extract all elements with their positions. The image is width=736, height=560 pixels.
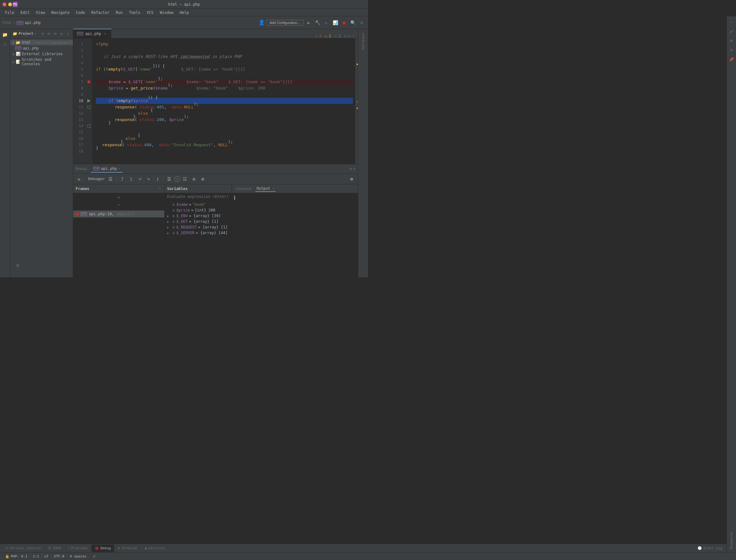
gutter-7[interactable] [86,79,92,85]
code-content[interactable]: <?php // Just a simple REST-like API imp… [92,38,355,164]
var-item-price[interactable]: ① $price = {int} 200 [165,207,231,213]
debug-tab-api-php[interactable]: PHP api.php × [91,165,123,173]
search-button[interactable]: 🔍 [349,19,356,26]
menu-help[interactable]: Help [177,10,191,15]
frames-icon[interactable]: ☰ [107,175,114,183]
gutter-5 [86,66,92,72]
tree-label-scratches: Scratches and Consoles [22,57,70,66]
evaluate-button[interactable]: ⤸ [154,175,161,183]
menu-view[interactable]: View [33,10,48,15]
menu-navigate[interactable]: Navigate [49,10,72,15]
reload-button[interactable]: ↻ [322,19,330,26]
sidebar-tab-database[interactable]: Database [360,30,366,52]
project-close-button[interactable]: × [65,31,70,36]
menu-refactor[interactable]: Refactor [89,10,112,15]
project-settings-button[interactable]: ⚙ [59,31,64,36]
var-item-get[interactable]: ▶ ① $_GET = {array} [1] [165,219,231,224]
tree-item-external-libs[interactable]: ▶ 📊 External Libraries [10,51,73,57]
add-frame-button[interactable]: ＋ [158,186,162,191]
profile-icon[interactable]: 👤 [258,20,265,26]
step-out-button[interactable]: ⤶ [136,175,144,183]
breadcrumb-file[interactable]: PHPapi.php [16,20,41,25]
eval-input-field[interactable] [167,194,229,199]
line-num-11: 11 [73,104,83,110]
console-tab-output[interactable]: Output × [255,186,276,192]
mute-breakpoints-button[interactable]: ☷ [181,175,189,183]
tree-item-html[interactable]: ▼ 📂 html /tmp/src/fpm/dockerfiles/var/ww… [10,40,73,45]
fold-11[interactable]: − [87,106,90,109]
pause-button[interactable]: ⏸ [14,262,21,269]
tree-label-api-php: api.php [23,46,39,50]
step-over-back-button[interactable]: ⤴ [119,175,126,183]
debug-tab-php-icon: PHP [93,167,100,170]
var-item-server[interactable]: ▶ ① $_SERVER = {array} [44] [165,230,231,236]
console-content[interactable] [232,193,358,277]
tab-label-api-php: api.php [85,32,101,36]
gutter-14: − [86,123,92,129]
run-button[interactable]: ▶ [305,19,312,26]
code-line-6 [96,72,353,79]
eval-input-container[interactable] [165,193,231,200]
line-num-15: 15 [73,129,83,136]
watches-button[interactable]: ☰ [165,175,173,183]
line-num-14: 14 [73,123,83,129]
sidebar-project-icon[interactable]: 📁 [1,30,9,39]
debugger-label: Debugger [87,177,106,181]
menu-window[interactable]: Window [157,10,176,15]
add-configuration-button[interactable]: Add Configuration... [266,20,304,26]
gutter-12 [86,110,92,117]
var-item-request[interactable]: ▶ ① $_REQUEST = {array} [1] [165,224,231,230]
step-into-button[interactable]: ⤵ [127,175,135,183]
var-item-env[interactable]: ▶ ① $_ENV = {array} [39] [165,213,231,219]
code-editor[interactable]: 1 2 3 4 5 6 7 8 9 10 11 12 13 14 15 16 1… [73,38,358,164]
fold-14[interactable]: − [87,124,90,128]
tab-more-icon[interactable]: ⋮ [351,34,355,38]
debug-settings-icon[interactable]: ⚙ [350,167,352,171]
collapse-all-button[interactable]: ⊟ [46,31,51,36]
var-item-name[interactable]: ① $name = "book" [165,202,231,207]
debug-panel-icon[interactable]: ⊞ [348,175,355,183]
tree-item-scratches[interactable]: ▶ 📝 Scratches and Consoles [10,57,73,67]
tab-api-php[interactable]: PHP api.php × [73,29,111,38]
debug-sep-2 [163,176,164,182]
output-tab-close[interactable]: × [272,187,274,190]
new-file-button[interactable]: ⊕ [40,31,45,36]
frame-method-0: {main}() [116,212,134,216]
line-num-6: 6 [73,72,83,79]
debug-tab-close[interactable]: × [118,167,120,170]
frames-remove-icon[interactable]: − [117,202,120,208]
project-dropdown-icon[interactable]: ▾ [34,32,36,35]
menu-code[interactable]: Code [73,10,88,15]
settings-button[interactable]: ⚙ [358,19,365,26]
run-to-cursor-button[interactable]: ⤷ [145,175,153,183]
coverage-button[interactable]: 📊 [331,19,339,26]
line-num-10: 10 [73,98,83,104]
resume-button[interactable]: ▶ [76,175,83,183]
thread-dump-button[interactable]: ≡ [190,175,198,183]
tree-item-api-php[interactable]: PHP api.php [10,45,73,51]
code-line-5: if (!empty($_GET['name'])) { $_GET: {nam… [96,66,353,72]
reset-button[interactable]: ↺ [174,176,180,182]
menu-edit[interactable]: Edit [18,10,32,15]
expand-all-button[interactable]: ⊞ [53,31,58,36]
menu-vcs[interactable]: VCS [144,10,156,15]
menu-run[interactable]: Run [113,10,125,15]
frame-item-0[interactable]: PHP api.php:10, {main}() [73,211,164,217]
debug-close-panel-icon[interactable]: × [353,167,355,171]
line-num-2: 2 [73,47,83,54]
chart-icon: 📊 [16,52,20,56]
build-button[interactable]: 🔨 [314,19,321,26]
stop-button[interactable]: ■ [340,19,348,26]
tab-close-api-php[interactable]: × [103,32,107,36]
menu-file[interactable]: File [3,10,17,15]
minimize-button[interactable] [8,3,12,6]
close-button[interactable] [3,3,6,6]
debug-toolbar: ▶ Debugger ☰ ⤴ ⤵ ⤶ ⤷ ⤸ ☰ ↺ ☷ ≡ ⚙ ⊞ [73,174,358,184]
breakpoint-dot-7[interactable] [87,80,90,84]
frames-add-icon[interactable]: ＋ [116,194,121,201]
breadcrumb-project: html [3,20,12,25]
sidebar-commit-icon[interactable]: ◫ [1,40,9,49]
settings-button2[interactable]: ⚙ [199,175,206,183]
menu-tools[interactable]: Tools [126,10,143,15]
console-tab-console[interactable]: Console [234,186,253,192]
